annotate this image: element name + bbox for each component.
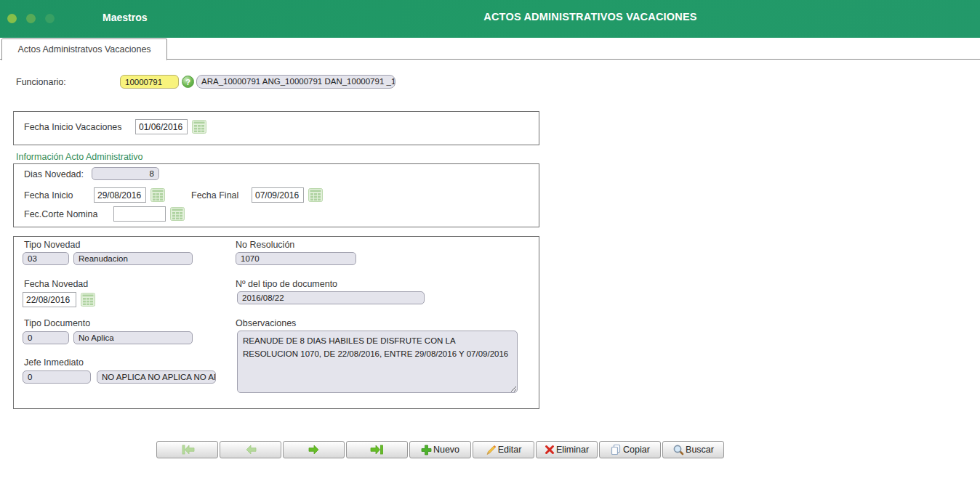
fecha-inicio-label: Fecha Inicio bbox=[24, 190, 73, 200]
copiar-button-label: Copiar bbox=[623, 445, 650, 455]
nav-first-button[interactable] bbox=[156, 441, 218, 458]
help-icon[interactable]: ? bbox=[182, 76, 194, 88]
no-resolucion-label: No Resolución bbox=[236, 240, 294, 250]
jefe-inmediato-name-field: NO APLICA NO APLICA NO APLICA bbox=[97, 370, 216, 384]
tab-label: Actos Administratvos Vacaciones bbox=[17, 44, 150, 54]
fecha-novedad-calendar-icon[interactable] bbox=[81, 293, 95, 307]
fecha-inicio-vacaciones-groupbox: Fecha Inicio Vacaciones bbox=[13, 111, 539, 145]
app-title: Maestros bbox=[103, 12, 147, 23]
novedad-groupbox: Tipo Novedad 03 Reanudacion No Resolució… bbox=[13, 236, 539, 409]
fecha-inicio-vacaciones-input[interactable] bbox=[135, 119, 188, 134]
red-x-icon bbox=[545, 445, 555, 455]
plus-icon bbox=[421, 445, 432, 455]
funcionario-code-input[interactable] bbox=[120, 75, 179, 89]
fecha-inicio-input[interactable] bbox=[94, 187, 146, 203]
fecha-final-input[interactable] bbox=[252, 187, 304, 203]
observaciones-label: Observaciones bbox=[236, 318, 296, 328]
buscar-button[interactable]: Buscar bbox=[662, 441, 724, 458]
dias-novedad-label: Dias Novedad: bbox=[24, 169, 84, 179]
fecha-final-label: Fecha Final bbox=[191, 190, 238, 200]
window-dot-3-icon bbox=[45, 14, 55, 23]
nuevo-button-label: Nuevo bbox=[433, 445, 459, 455]
nav-next-button[interactable] bbox=[283, 441, 345, 458]
jefe-inmediato-code-field: 0 bbox=[23, 370, 91, 384]
editar-button[interactable]: Editar bbox=[473, 441, 534, 458]
eliminar-button[interactable]: Eliminar bbox=[536, 441, 598, 458]
tab-actos-administrativos-vacaciones[interactable]: Actos Administratvos Vacaciones bbox=[1, 39, 167, 60]
app-window: Maestros ACTOS ADMINISTRATIVOS VACACIONE… bbox=[0, 0, 980, 478]
nuevo-button[interactable]: Nuevo bbox=[409, 441, 471, 458]
copy-pages-icon bbox=[610, 444, 622, 455]
tipo-novedad-code-field: 03 bbox=[23, 252, 69, 265]
fecha-inicio-calendar-icon[interactable] bbox=[150, 188, 165, 202]
fecha-inicio-vacaciones-calendar-icon[interactable] bbox=[192, 120, 206, 134]
magnifier-icon bbox=[672, 444, 684, 455]
jefe-inmediato-label: Jefe Inmediato bbox=[24, 357, 84, 368]
observaciones-textarea[interactable]: REANUDE DE 8 DIAS HABILES DE DISFRUTE CO… bbox=[237, 331, 518, 393]
skip-first-arrow-icon bbox=[179, 445, 196, 455]
fecha-novedad-input[interactable] bbox=[23, 292, 76, 307]
tipo-documento-code-field: 0 bbox=[23, 331, 69, 344]
skip-last-arrow-icon bbox=[369, 445, 386, 455]
tipo-documento-label: Tipo Documento bbox=[24, 318, 90, 328]
window-dot-1-icon bbox=[7, 14, 17, 23]
fec-corte-nomina-input[interactable] bbox=[113, 206, 166, 222]
window-dot-2-icon bbox=[26, 14, 36, 23]
fecha-novedad-label: Fecha Novedad bbox=[24, 279, 88, 289]
num-tipo-documento-label: Nº del tipo de documento bbox=[236, 279, 337, 289]
nav-last-button[interactable] bbox=[346, 441, 408, 458]
tipo-novedad-label: Tipo Novedad bbox=[24, 240, 80, 250]
fecha-inicio-vacaciones-label: Fecha Inicio Vacaciones bbox=[24, 122, 122, 132]
page-title: ACTOS ADMINISTRATIVOS VACACIONES bbox=[483, 11, 696, 23]
fec-corte-nomina-label: Fec.Corte Nomina bbox=[24, 209, 97, 219]
info-acto-section-title: Información Acto Administrativo bbox=[16, 152, 142, 162]
previous-arrow-icon bbox=[242, 445, 260, 455]
dias-novedad-field: 8 bbox=[92, 167, 159, 180]
funcionario-name-field: ARA_10000791 ANG_10000791 DAN_10000791 _… bbox=[196, 75, 395, 89]
nav-previous-button[interactable] bbox=[220, 441, 281, 458]
pencil-icon bbox=[486, 445, 497, 455]
fecha-final-calendar-icon[interactable] bbox=[308, 188, 323, 202]
fec-corte-nomina-calendar-icon[interactable] bbox=[170, 207, 185, 221]
header-bar: Maestros ACTOS ADMINISTRATIVOS VACACIONE… bbox=[0, 0, 980, 38]
num-tipo-documento-field: 2016/08/22 bbox=[237, 291, 425, 304]
copiar-button[interactable]: Copiar bbox=[599, 441, 661, 458]
next-arrow-icon bbox=[305, 445, 323, 455]
eliminar-button-label: Eliminar bbox=[556, 445, 589, 455]
buscar-button-label: Buscar bbox=[686, 445, 714, 455]
funcionario-label: Funcionario: bbox=[16, 77, 66, 87]
tipo-novedad-name-field: Reanudacion bbox=[73, 252, 193, 265]
editar-button-label: Editar bbox=[498, 445, 522, 455]
record-toolbar: Nuevo Editar Eliminar Copiar Buscar bbox=[156, 441, 724, 458]
info-acto-groupbox: Dias Novedad: 8 Fecha Inicio Fecha Final… bbox=[13, 163, 539, 227]
no-resolucion-field: 1070 bbox=[236, 252, 356, 265]
tipo-documento-name-field: No Aplica bbox=[73, 331, 193, 344]
